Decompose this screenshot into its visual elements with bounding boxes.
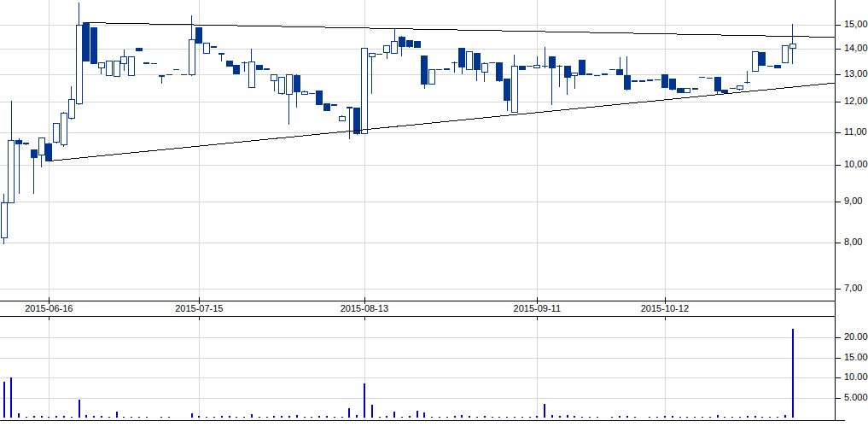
volume-bar[interactable] xyxy=(597,417,598,418)
volume-bar[interactable] xyxy=(656,417,658,418)
candle[interactable] xyxy=(129,56,135,76)
volume-bar[interactable] xyxy=(461,415,463,418)
chart-canvas[interactable] xyxy=(0,0,868,427)
volume-bar[interactable] xyxy=(634,417,636,418)
volume-bar[interactable] xyxy=(101,416,102,418)
volume-bar[interactable] xyxy=(93,416,95,418)
volume-bar[interactable] xyxy=(393,412,395,418)
volume-bar[interactable] xyxy=(686,417,688,418)
candle[interactable] xyxy=(602,73,608,74)
volume-bar[interactable] xyxy=(55,416,57,418)
volume-bar[interactable] xyxy=(754,416,756,418)
candle[interactable] xyxy=(414,41,420,48)
candle[interactable] xyxy=(54,123,60,143)
volume-bar[interactable] xyxy=(761,417,763,418)
candle[interactable] xyxy=(317,91,323,105)
candle[interactable] xyxy=(767,66,773,67)
candle[interactable] xyxy=(669,79,675,91)
candle[interactable] xyxy=(722,90,728,94)
candle[interactable] xyxy=(323,103,329,111)
candle[interactable] xyxy=(782,45,788,63)
volume-bar[interactable] xyxy=(567,415,568,418)
volume-bar[interactable] xyxy=(160,417,162,418)
volume-bar[interactable] xyxy=(386,416,387,418)
candle[interactable] xyxy=(436,69,442,70)
volume-bar[interactable] xyxy=(409,416,411,418)
volume-bar[interactable] xyxy=(506,417,508,418)
volume-bar[interactable] xyxy=(318,416,320,418)
candle[interactable] xyxy=(234,65,240,74)
candle[interactable] xyxy=(752,51,758,72)
candle[interactable] xyxy=(211,46,217,47)
volume-bar[interactable] xyxy=(48,417,50,418)
candle[interactable] xyxy=(519,66,525,71)
volume-bar[interactable] xyxy=(41,416,43,418)
volume-bar[interactable] xyxy=(484,416,486,418)
volume-bar[interactable] xyxy=(131,417,132,418)
candle[interactable] xyxy=(264,68,270,69)
volume-bar[interactable] xyxy=(717,415,719,418)
candle[interactable] xyxy=(444,68,450,69)
volume-bar[interactable] xyxy=(619,416,620,418)
volume-bar[interactable] xyxy=(431,417,433,418)
volume-bar[interactable] xyxy=(709,417,711,418)
volume-bar[interactable] xyxy=(559,416,561,418)
candle[interactable] xyxy=(737,85,743,91)
volume-bar[interactable] xyxy=(108,417,110,418)
volume-bar[interactable] xyxy=(63,416,65,418)
volume-bar[interactable] xyxy=(10,377,12,418)
volume-bar[interactable] xyxy=(792,329,794,418)
volume-bar[interactable] xyxy=(529,417,531,418)
volume-bar[interactable] xyxy=(213,417,215,418)
volume-bar[interactable] xyxy=(626,416,628,418)
volume-bar[interactable] xyxy=(123,417,125,418)
volume-bar[interactable] xyxy=(334,417,335,418)
candle[interactable] xyxy=(422,56,428,89)
volume-bar[interactable] xyxy=(611,417,613,418)
volume-bar[interactable] xyxy=(401,417,403,418)
candle[interactable] xyxy=(527,66,533,67)
volume-bar[interactable] xyxy=(702,417,703,418)
candle[interactable] xyxy=(361,49,367,134)
volume-bar[interactable] xyxy=(672,416,673,418)
volume-bar[interactable] xyxy=(581,417,583,418)
candle[interactable] xyxy=(181,74,187,75)
candle[interactable] xyxy=(106,61,112,77)
volume-bar[interactable] xyxy=(574,416,575,418)
volume-bar[interactable] xyxy=(221,416,223,418)
candle[interactable] xyxy=(580,60,585,75)
candle[interactable] xyxy=(467,51,473,70)
candle[interactable] xyxy=(639,80,645,81)
candle[interactable] xyxy=(279,77,285,96)
candle[interactable] xyxy=(594,75,600,76)
volume-bar[interactable] xyxy=(371,405,373,418)
volume-bar[interactable] xyxy=(191,413,193,418)
candle[interactable] xyxy=(196,27,202,44)
volume-bar[interactable] xyxy=(747,416,749,418)
candle[interactable] xyxy=(339,115,345,121)
candle[interactable] xyxy=(489,62,495,63)
volume-bar[interactable] xyxy=(311,417,312,418)
volume-bar[interactable] xyxy=(784,415,786,418)
volume-bar[interactable] xyxy=(694,417,696,418)
candle[interactable] xyxy=(677,88,683,94)
candle[interactable] xyxy=(684,88,690,93)
candle[interactable] xyxy=(114,61,119,77)
volume-bar[interactable] xyxy=(664,416,666,418)
volume-bar[interactable] xyxy=(731,417,733,418)
volume-bar[interactable] xyxy=(138,417,140,418)
candle[interactable] xyxy=(406,40,412,48)
volume-bar[interactable] xyxy=(259,417,260,418)
candle[interactable] xyxy=(699,77,705,78)
candle[interactable] xyxy=(173,69,179,70)
candle[interactable] xyxy=(376,54,382,55)
volume-bar[interactable] xyxy=(446,417,448,418)
volume-bar[interactable] xyxy=(243,417,245,418)
candle[interactable] xyxy=(730,88,736,89)
candle[interactable] xyxy=(136,48,142,51)
candle[interactable] xyxy=(647,79,653,80)
volume-bar[interactable] xyxy=(476,417,478,418)
volume-bar[interactable] xyxy=(288,416,290,418)
volume-bar[interactable] xyxy=(18,413,20,418)
volume-bar[interactable] xyxy=(341,417,343,418)
